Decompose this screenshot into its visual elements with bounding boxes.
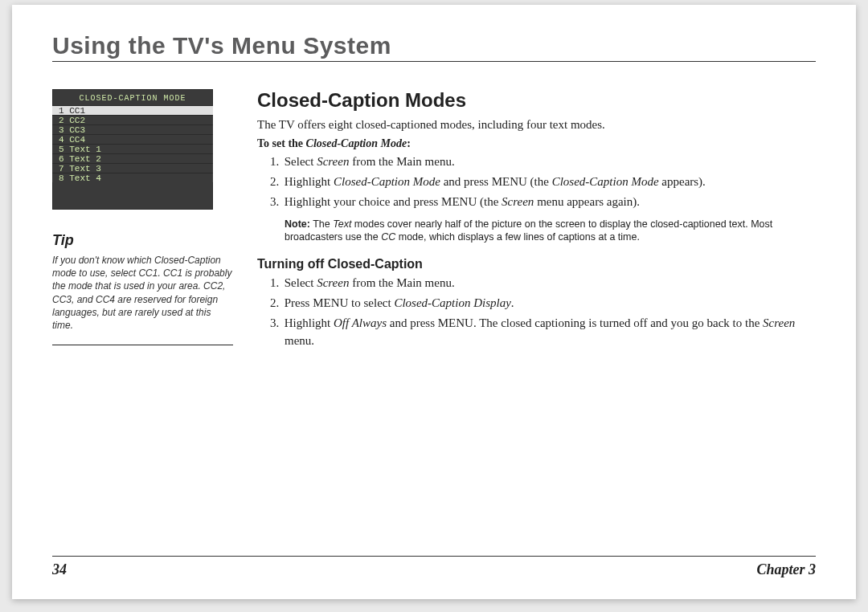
tv-menu-list: 1 CC1 2 CC2 3 CC3 4 CC4 5 Text 1 6 Text … (52, 105, 213, 182)
note-em: Text (333, 218, 351, 230)
page-footer: 34 Chapter 3 (52, 556, 816, 578)
step-text: and press MENU (the (440, 175, 552, 188)
tv-menu-item: 4 CC4 (52, 134, 213, 144)
tv-menu-item: 2 CC2 (52, 115, 213, 124)
step-em: Screen (502, 195, 534, 208)
step-text: from the Main menu. (349, 155, 454, 168)
step-text: Highlight (285, 316, 334, 329)
step-number: 1. (270, 275, 281, 292)
note-label: Note: (285, 218, 310, 230)
tv-menu-item: 5 Text 1 (52, 144, 213, 153)
step-em: Screen (317, 276, 349, 289)
step-text: and press MENU. The closed captioning is… (387, 316, 763, 329)
chapter-label: Chapter 3 (756, 561, 816, 578)
instr-prefix: To set the (257, 137, 306, 149)
step-item: 1. Select Screen from the Main menu. (257, 153, 816, 171)
tip-heading: Tip (52, 232, 233, 249)
intro-text: The TV offers eight closed-captioned mod… (257, 116, 816, 133)
tv-menu-item: 1 CC1 (52, 105, 213, 115)
tip-body: If you don't know which Closed-Caption m… (52, 254, 233, 345)
step-number: 3. (270, 194, 281, 211)
section-heading: Closed-Caption Modes (257, 89, 816, 112)
tv-menu-item: 7 Text 3 (52, 163, 213, 173)
step-item: 2. Press MENU to select Closed-Caption D… (257, 295, 816, 312)
chapter-heading: Using the TV's Menu System (52, 32, 816, 62)
instr-em: Closed-Caption Mode (306, 137, 407, 149)
step-em: Closed-Caption Mode (334, 175, 440, 188)
step-number: 2. (270, 295, 281, 312)
step-em: Screen (317, 155, 349, 168)
tv-menu-item: 3 CC3 (52, 124, 213, 134)
content-columns: CLOSED-CAPTION MODE 1 CC1 2 CC2 3 CC3 4 … (52, 89, 816, 352)
step-em: Closed-Caption Display (394, 296, 510, 309)
step-number: 2. (270, 173, 281, 191)
note-em: CC (381, 231, 395, 243)
step-text: from the Main menu. (349, 276, 454, 289)
main-column: Closed-Caption Modes The TV offers eight… (257, 89, 816, 352)
step-text: Highlight your choice and press MENU (th… (285, 195, 502, 208)
step-item: 2. Highlight Closed-Caption Mode and pre… (257, 173, 816, 191)
sidebar: CLOSED-CAPTION MODE 1 CC1 2 CC2 3 CC3 4 … (52, 89, 233, 352)
step-item: 3. Highlight Off Always and press MENU. … (257, 315, 816, 350)
step-item: 3. Highlight your choice and press MENU … (257, 194, 816, 211)
tv-screenshot: CLOSED-CAPTION MODE 1 CC1 2 CC2 3 CC3 4 … (52, 89, 213, 210)
step-number: 3. (270, 315, 281, 333)
step-em: Off Always (334, 316, 387, 329)
step-item: 1. Select Screen from the Main menu. (257, 275, 816, 292)
step-em: Screen (763, 316, 795, 329)
step-em: Closed-Caption Mode (552, 175, 659, 188)
step-text: Select (285, 155, 317, 168)
subsection-heading: Turning off Closed-Caption (257, 257, 816, 271)
tv-menu-item: 8 Text 4 (52, 173, 213, 182)
instruction-heading: To set the Closed-Caption Mode: (257, 137, 816, 150)
step-text: menu. (285, 334, 314, 347)
step-text: menu appears again). (534, 195, 640, 208)
tv-screenshot-title: CLOSED-CAPTION MODE (52, 94, 213, 103)
step-number: 1. (270, 153, 281, 171)
step-text: Press MENU to select (285, 296, 395, 309)
step-text: Select (285, 276, 317, 289)
note-block: Note: The Text modes cover nearly half o… (257, 216, 816, 247)
step-text: appears). (659, 175, 706, 188)
instr-suffix: : (407, 137, 411, 149)
page-number: 34 (52, 561, 67, 578)
note-text: mode, which displays a few lines of capt… (395, 231, 640, 243)
page: Using the TV's Menu System CLOSED-CAPTIO… (12, 5, 856, 599)
tv-menu-item: 6 Text 2 (52, 153, 213, 163)
step-text: . (511, 296, 514, 309)
note-text: The (310, 218, 333, 230)
step-text: Highlight (285, 175, 334, 188)
